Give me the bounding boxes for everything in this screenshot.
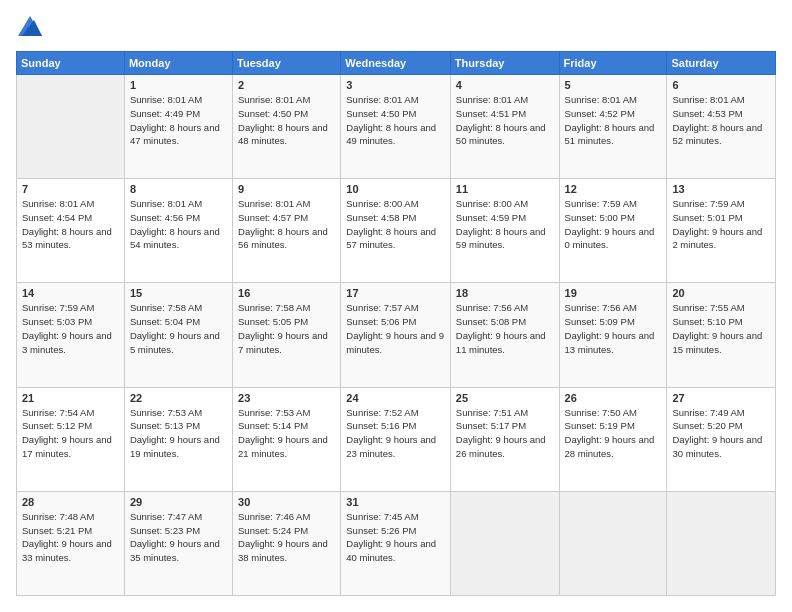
sunset-text: Sunset: 5:17 PM bbox=[456, 420, 526, 431]
calendar-cell bbox=[667, 491, 776, 595]
calendar-cell: 11Sunrise: 8:00 AMSunset: 4:59 PMDayligh… bbox=[450, 179, 559, 283]
sunrise-text: Sunrise: 7:54 AM bbox=[22, 407, 94, 418]
sunset-text: Sunset: 5:08 PM bbox=[456, 316, 526, 327]
day-number: 28 bbox=[22, 496, 119, 508]
calendar-cell: 30Sunrise: 7:46 AMSunset: 5:24 PMDayligh… bbox=[233, 491, 341, 595]
weekday-header: Saturday bbox=[667, 52, 776, 75]
header bbox=[16, 16, 776, 41]
day-number: 20 bbox=[672, 287, 770, 299]
sunset-text: Sunset: 5:10 PM bbox=[672, 316, 742, 327]
calendar-cell: 19Sunrise: 7:56 AMSunset: 5:09 PMDayligh… bbox=[559, 283, 667, 387]
sunset-text: Sunset: 5:16 PM bbox=[346, 420, 416, 431]
sunrise-text: Sunrise: 8:01 AM bbox=[238, 198, 310, 209]
day-number: 17 bbox=[346, 287, 445, 299]
sunset-text: Sunset: 5:06 PM bbox=[346, 316, 416, 327]
day-number: 12 bbox=[565, 183, 662, 195]
day-info: Sunrise: 7:51 AMSunset: 5:17 PMDaylight:… bbox=[456, 406, 554, 461]
daylight-text: Daylight: 8 hours and 52 minutes. bbox=[672, 122, 762, 147]
logo-text bbox=[16, 16, 42, 41]
daylight-text: Daylight: 9 hours and 13 minutes. bbox=[565, 330, 655, 355]
day-info: Sunrise: 8:01 AMSunset: 4:51 PMDaylight:… bbox=[456, 93, 554, 148]
daylight-text: Daylight: 9 hours and 21 minutes. bbox=[238, 434, 328, 459]
day-info: Sunrise: 7:46 AMSunset: 5:24 PMDaylight:… bbox=[238, 510, 335, 565]
calendar-cell: 23Sunrise: 7:53 AMSunset: 5:14 PMDayligh… bbox=[233, 387, 341, 491]
day-info: Sunrise: 8:01 AMSunset: 4:53 PMDaylight:… bbox=[672, 93, 770, 148]
sunset-text: Sunset: 4:51 PM bbox=[456, 108, 526, 119]
sunset-text: Sunset: 5:05 PM bbox=[238, 316, 308, 327]
day-info: Sunrise: 7:53 AMSunset: 5:13 PMDaylight:… bbox=[130, 406, 227, 461]
sunset-text: Sunset: 4:52 PM bbox=[565, 108, 635, 119]
daylight-text: Daylight: 8 hours and 56 minutes. bbox=[238, 226, 328, 251]
calendar-cell: 2Sunrise: 8:01 AMSunset: 4:50 PMDaylight… bbox=[233, 75, 341, 179]
day-info: Sunrise: 7:58 AMSunset: 5:05 PMDaylight:… bbox=[238, 301, 335, 356]
weekday-header: Sunday bbox=[17, 52, 125, 75]
day-number: 6 bbox=[672, 79, 770, 91]
day-number: 3 bbox=[346, 79, 445, 91]
daylight-text: Daylight: 9 hours and 19 minutes. bbox=[130, 434, 220, 459]
sunrise-text: Sunrise: 8:01 AM bbox=[346, 94, 418, 105]
day-info: Sunrise: 8:01 AMSunset: 4:49 PMDaylight:… bbox=[130, 93, 227, 148]
day-info: Sunrise: 7:52 AMSunset: 5:16 PMDaylight:… bbox=[346, 406, 445, 461]
sunset-text: Sunset: 4:50 PM bbox=[346, 108, 416, 119]
page: SundayMondayTuesdayWednesdayThursdayFrid… bbox=[0, 0, 792, 612]
sunrise-text: Sunrise: 7:49 AM bbox=[672, 407, 744, 418]
sunrise-text: Sunrise: 8:01 AM bbox=[456, 94, 528, 105]
daylight-text: Daylight: 8 hours and 49 minutes. bbox=[346, 122, 436, 147]
sunset-text: Sunset: 5:12 PM bbox=[22, 420, 92, 431]
daylight-text: Daylight: 8 hours and 50 minutes. bbox=[456, 122, 546, 147]
calendar-week-row: 28Sunrise: 7:48 AMSunset: 5:21 PMDayligh… bbox=[17, 491, 776, 595]
sunset-text: Sunset: 5:26 PM bbox=[346, 525, 416, 536]
sunrise-text: Sunrise: 7:58 AM bbox=[238, 302, 310, 313]
day-info: Sunrise: 7:50 AMSunset: 5:19 PMDaylight:… bbox=[565, 406, 662, 461]
day-number: 21 bbox=[22, 392, 119, 404]
day-info: Sunrise: 7:45 AMSunset: 5:26 PMDaylight:… bbox=[346, 510, 445, 565]
sunrise-text: Sunrise: 7:50 AM bbox=[565, 407, 637, 418]
calendar-cell: 9Sunrise: 8:01 AMSunset: 4:57 PMDaylight… bbox=[233, 179, 341, 283]
day-number: 19 bbox=[565, 287, 662, 299]
sunrise-text: Sunrise: 7:56 AM bbox=[565, 302, 637, 313]
day-info: Sunrise: 7:48 AMSunset: 5:21 PMDaylight:… bbox=[22, 510, 119, 565]
day-number: 13 bbox=[672, 183, 770, 195]
daylight-text: Daylight: 9 hours and 23 minutes. bbox=[346, 434, 436, 459]
calendar-cell: 6Sunrise: 8:01 AMSunset: 4:53 PMDaylight… bbox=[667, 75, 776, 179]
sunset-text: Sunset: 5:24 PM bbox=[238, 525, 308, 536]
calendar-cell: 29Sunrise: 7:47 AMSunset: 5:23 PMDayligh… bbox=[124, 491, 232, 595]
day-number: 31 bbox=[346, 496, 445, 508]
day-info: Sunrise: 8:01 AMSunset: 4:57 PMDaylight:… bbox=[238, 197, 335, 252]
sunset-text: Sunset: 5:20 PM bbox=[672, 420, 742, 431]
calendar-week-row: 14Sunrise: 7:59 AMSunset: 5:03 PMDayligh… bbox=[17, 283, 776, 387]
day-number: 9 bbox=[238, 183, 335, 195]
calendar-cell: 31Sunrise: 7:45 AMSunset: 5:26 PMDayligh… bbox=[341, 491, 451, 595]
daylight-text: Daylight: 9 hours and 26 minutes. bbox=[456, 434, 546, 459]
daylight-text: Daylight: 9 hours and 9 minutes. bbox=[346, 330, 444, 355]
day-number: 15 bbox=[130, 287, 227, 299]
calendar-cell: 28Sunrise: 7:48 AMSunset: 5:21 PMDayligh… bbox=[17, 491, 125, 595]
day-number: 10 bbox=[346, 183, 445, 195]
weekday-header: Friday bbox=[559, 52, 667, 75]
day-number: 23 bbox=[238, 392, 335, 404]
day-number: 24 bbox=[346, 392, 445, 404]
day-info: Sunrise: 7:47 AMSunset: 5:23 PMDaylight:… bbox=[130, 510, 227, 565]
sunset-text: Sunset: 4:56 PM bbox=[130, 212, 200, 223]
day-info: Sunrise: 7:53 AMSunset: 5:14 PMDaylight:… bbox=[238, 406, 335, 461]
day-number: 25 bbox=[456, 392, 554, 404]
day-number: 8 bbox=[130, 183, 227, 195]
day-number: 4 bbox=[456, 79, 554, 91]
calendar-cell bbox=[559, 491, 667, 595]
day-info: Sunrise: 8:01 AMSunset: 4:52 PMDaylight:… bbox=[565, 93, 662, 148]
day-number: 1 bbox=[130, 79, 227, 91]
calendar-cell: 4Sunrise: 8:01 AMSunset: 4:51 PMDaylight… bbox=[450, 75, 559, 179]
daylight-text: Daylight: 9 hours and 38 minutes. bbox=[238, 538, 328, 563]
calendar-cell: 5Sunrise: 8:01 AMSunset: 4:52 PMDaylight… bbox=[559, 75, 667, 179]
day-info: Sunrise: 8:01 AMSunset: 4:50 PMDaylight:… bbox=[238, 93, 335, 148]
sunset-text: Sunset: 5:00 PM bbox=[565, 212, 635, 223]
sunrise-text: Sunrise: 8:01 AM bbox=[565, 94, 637, 105]
daylight-text: Daylight: 8 hours and 54 minutes. bbox=[130, 226, 220, 251]
day-info: Sunrise: 7:56 AMSunset: 5:08 PMDaylight:… bbox=[456, 301, 554, 356]
daylight-text: Daylight: 9 hours and 35 minutes. bbox=[130, 538, 220, 563]
sunrise-text: Sunrise: 7:59 AM bbox=[22, 302, 94, 313]
day-info: Sunrise: 7:59 AMSunset: 5:03 PMDaylight:… bbox=[22, 301, 119, 356]
sunset-text: Sunset: 5:13 PM bbox=[130, 420, 200, 431]
sunset-text: Sunset: 5:03 PM bbox=[22, 316, 92, 327]
calendar-cell: 1Sunrise: 8:01 AMSunset: 4:49 PMDaylight… bbox=[124, 75, 232, 179]
